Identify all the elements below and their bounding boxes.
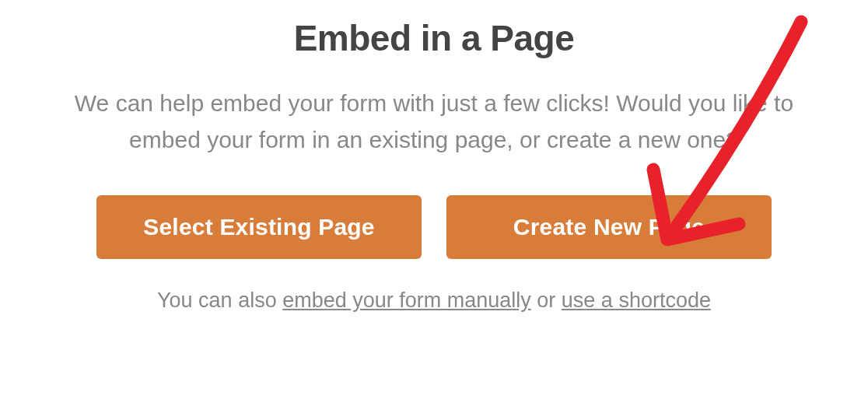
dialog-title: Embed in a Page: [39, 17, 829, 59]
dialog-description: We can help embed your form with just a …: [39, 86, 829, 158]
footer-text: You can also embed your form manually or…: [39, 289, 829, 313]
select-existing-page-button[interactable]: Select Existing Page: [96, 195, 422, 259]
button-row: Select Existing Page Create New Page: [39, 195, 829, 259]
footer-middle: or: [531, 289, 562, 312]
footer-prefix: You can also: [157, 289, 282, 312]
use-shortcode-link[interactable]: use a shortcode: [562, 289, 711, 312]
create-new-page-button[interactable]: Create New Page: [446, 195, 772, 259]
embed-dialog: Embed in a Page We can help embed your f…: [39, 17, 829, 313]
embed-manually-link[interactable]: embed your form manually: [282, 289, 531, 312]
